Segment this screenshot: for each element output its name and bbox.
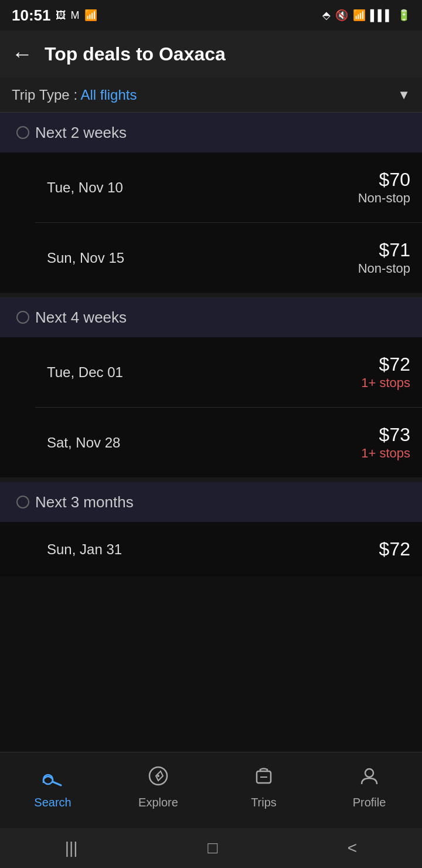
section-title-3-months: Next 3 months xyxy=(35,493,134,511)
photo-icon: 🖼 xyxy=(56,9,66,22)
flight-price: $73 xyxy=(361,424,410,446)
timeline-dot-3 xyxy=(16,496,29,508)
flight-date: Sun, Nov 15 xyxy=(47,250,124,266)
flight-item[interactable]: Sat, Nov 28 $73 1+ stops xyxy=(35,408,422,477)
section-title-2-weeks: Next 2 weeks xyxy=(35,124,127,142)
mute-icon: 🔇 xyxy=(335,9,348,22)
trip-type-label-group: Trip Type : All flights xyxy=(12,87,137,103)
signal-icon: 📶 xyxy=(84,9,97,22)
flights-list-3-months: Sun, Jan 31 $72 xyxy=(0,522,422,577)
chevron-down-icon: ▼ xyxy=(397,87,410,103)
header: ← Top deals to Oaxaca xyxy=(0,30,422,77)
back-sys-button[interactable]: < xyxy=(348,839,357,857)
battery-icon: 🔋 xyxy=(397,9,410,22)
section-next-4-weeks: Next 4 weeks Tue, Dec 01 $72 1+ stops Sa… xyxy=(0,297,422,477)
flight-stops: 1+ stops xyxy=(361,375,410,391)
explore-nav-icon xyxy=(148,765,169,791)
system-nav-bar: ||| □ < xyxy=(0,828,422,868)
status-bar: 10:51 🖼 M 📶 ⬘ 🔇 📶 ▌▌▌ 🔋 xyxy=(0,0,422,30)
profile-nav-icon xyxy=(359,765,380,791)
nav-label-trips: Trips xyxy=(251,796,277,809)
home-button[interactable]: □ xyxy=(207,839,217,857)
section-next-2-weeks: Next 2 weeks Tue, Nov 10 $70 Non-stop Su… xyxy=(0,113,422,293)
flight-price-info: $73 1+ stops xyxy=(361,424,410,461)
timeline-container: Next 2 weeks Tue, Nov 10 $70 Non-stop Su… xyxy=(0,113,422,577)
flight-stops: Non-stop xyxy=(358,191,410,206)
section-header-2-weeks: Next 2 weeks xyxy=(0,113,422,152)
flight-price-info: $72 xyxy=(379,538,410,560)
page-title: Top deals to Oaxaca xyxy=(45,43,226,65)
section-title-4-weeks: Next 4 weeks xyxy=(35,308,127,327)
flight-price-info: $72 1+ stops xyxy=(361,354,410,391)
recents-button[interactable]: ||| xyxy=(65,839,78,857)
flight-item[interactable]: Tue, Dec 01 $72 1+ stops xyxy=(35,337,422,408)
trip-type-static-label: Trip Type : xyxy=(12,87,80,103)
back-button[interactable]: ← xyxy=(12,43,33,65)
flight-price-info: $71 Non-stop xyxy=(358,239,410,276)
signal-bars-icon: ▌▌▌ xyxy=(370,9,393,22)
flight-price: $72 xyxy=(379,538,410,560)
nav-item-search[interactable]: Search xyxy=(0,752,106,828)
svg-point-6 xyxy=(157,775,159,777)
flight-date: Tue, Dec 01 xyxy=(47,364,123,381)
status-right: ⬘ 🔇 📶 ▌▌▌ 🔋 xyxy=(322,9,410,22)
section-header-4-weeks: Next 4 weeks xyxy=(0,297,422,337)
status-time: 10:51 xyxy=(12,6,51,25)
flight-item[interactable]: Tue, Nov 10 $70 Non-stop xyxy=(35,152,422,223)
flight-price-info: $70 Non-stop xyxy=(358,169,410,206)
flight-price: $71 xyxy=(358,239,410,261)
svg-line-3 xyxy=(53,782,61,785)
bottom-nav: Search Explore Trips Profi xyxy=(0,752,422,828)
section-divider xyxy=(0,293,422,297)
section-divider xyxy=(0,477,422,482)
flight-stops: 1+ stops xyxy=(361,446,410,461)
nav-label-explore: Explore xyxy=(138,796,178,809)
timeline-dot-1 xyxy=(16,126,29,139)
flight-price: $72 xyxy=(361,354,410,375)
flight-stops: Non-stop xyxy=(358,261,410,276)
flight-date: Tue, Nov 10 xyxy=(47,179,123,196)
flight-price: $70 xyxy=(358,169,410,191)
trip-type-bar[interactable]: Trip Type : All flights ▼ xyxy=(0,77,422,113)
search-nav-icon xyxy=(42,765,63,791)
flights-list-4-weeks: Tue, Dec 01 $72 1+ stops Sat, Nov 28 $73… xyxy=(0,337,422,477)
nav-item-trips[interactable]: Trips xyxy=(211,752,316,828)
flight-item[interactable]: Sun, Nov 15 $71 Non-stop xyxy=(35,223,422,293)
flights-list-2-weeks: Tue, Nov 10 $70 Non-stop Sun, Nov 15 $71… xyxy=(0,152,422,293)
nav-label-search: Search xyxy=(34,796,71,809)
mail-icon: M xyxy=(71,9,80,22)
trips-nav-icon xyxy=(253,765,274,791)
flight-item[interactable]: Sun, Jan 31 $72 xyxy=(35,522,422,577)
bluetooth-icon: ⬘ xyxy=(322,9,331,22)
wifi-icon: 📶 xyxy=(353,9,366,22)
svg-point-9 xyxy=(365,769,373,777)
nav-item-explore[interactable]: Explore xyxy=(106,752,211,828)
flight-date: Sat, Nov 28 xyxy=(47,435,120,451)
trip-type-value: All flights xyxy=(80,87,137,103)
status-left: 10:51 🖼 M 📶 xyxy=(12,6,97,25)
section-next-3-months: Next 3 months Sun, Jan 31 $72 xyxy=(0,482,422,577)
section-header-3-months: Next 3 months xyxy=(0,482,422,522)
timeline-dot-2 xyxy=(16,311,29,324)
flight-date: Sun, Jan 31 xyxy=(47,541,122,558)
nav-label-profile: Profile xyxy=(353,796,386,809)
nav-item-profile[interactable]: Profile xyxy=(316,752,422,828)
